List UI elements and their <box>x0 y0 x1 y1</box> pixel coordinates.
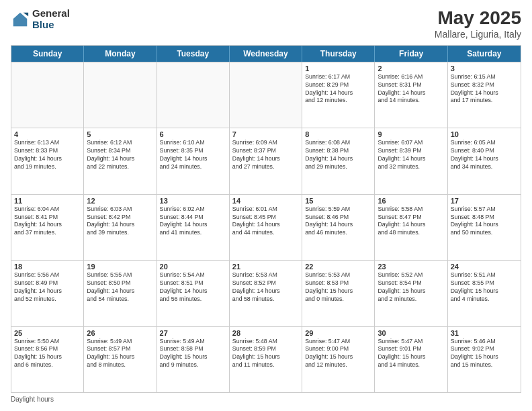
day-number: 13 <box>160 197 226 205</box>
day-info: Sunrise: 6:05 AM Sunset: 8:40 PM Dayligh… <box>451 139 518 171</box>
day-number: 3 <box>451 64 518 73</box>
day-number: 9 <box>378 130 444 138</box>
day-number: 5 <box>87 130 153 138</box>
day-info: Sunrise: 5:55 AM Sunset: 8:50 PM Dayligh… <box>87 271 153 304</box>
day-info: Sunrise: 5:57 AM Sunset: 8:48 PM Dayligh… <box>451 205 518 238</box>
calendar-header-cell: Friday <box>375 46 447 62</box>
calendar-cell: 8Sunrise: 6:08 AM Sunset: 8:38 PM Daylig… <box>302 128 375 193</box>
day-info: Sunrise: 6:10 AM Sunset: 8:35 PM Dayligh… <box>160 139 226 171</box>
svg-marker-1 <box>24 12 28 16</box>
calendar-cell: 20Sunrise: 5:54 AM Sunset: 8:51 PM Dayli… <box>157 261 230 326</box>
day-info: Sunrise: 6:08 AM Sunset: 8:38 PM Dayligh… <box>305 139 371 171</box>
day-number: 24 <box>451 263 518 271</box>
day-number: 4 <box>14 130 81 138</box>
day-number: 12 <box>87 197 153 205</box>
day-info: Sunrise: 5:59 AM Sunset: 8:46 PM Dayligh… <box>305 205 371 238</box>
title-month: May 2025 <box>435 8 521 29</box>
day-number: 8 <box>305 130 371 138</box>
logo-icon <box>11 10 30 29</box>
day-number: 28 <box>232 329 299 337</box>
calendar-cell: 17Sunrise: 5:57 AM Sunset: 8:48 PM Dayli… <box>448 195 521 260</box>
logo-general: General <box>32 8 70 19</box>
day-info: Sunrise: 5:46 AM Sunset: 9:02 PM Dayligh… <box>451 338 518 370</box>
day-info: Sunrise: 6:17 AM Sunset: 8:29 PM Dayligh… <box>305 73 371 105</box>
day-number: 20 <box>160 263 226 271</box>
day-number: 10 <box>451 130 518 138</box>
calendar-cell: 3Sunrise: 6:15 AM Sunset: 8:32 PM Daylig… <box>448 62 521 128</box>
calendar-cell: 9Sunrise: 6:07 AM Sunset: 8:39 PM Daylig… <box>375 128 447 193</box>
calendar-cell: 28Sunrise: 5:48 AM Sunset: 8:59 PM Dayli… <box>230 327 302 392</box>
day-info: Sunrise: 6:03 AM Sunset: 8:42 PM Dayligh… <box>87 205 153 238</box>
calendar-header-cell: Sunday <box>11 46 84 62</box>
calendar-cell: 13Sunrise: 6:02 AM Sunset: 8:44 PM Dayli… <box>157 195 230 260</box>
day-number: 7 <box>232 130 299 138</box>
calendar-cell: 22Sunrise: 5:53 AM Sunset: 8:53 PM Dayli… <box>302 261 375 326</box>
calendar-cell: 25Sunrise: 5:50 AM Sunset: 8:56 PM Dayli… <box>11 327 84 392</box>
day-info: Sunrise: 5:49 AM Sunset: 8:58 PM Dayligh… <box>160 338 226 370</box>
svg-marker-0 <box>13 12 28 26</box>
day-info: Sunrise: 6:04 AM Sunset: 8:41 PM Dayligh… <box>14 205 81 238</box>
calendar-cell <box>11 62 84 128</box>
day-info: Sunrise: 5:58 AM Sunset: 8:47 PM Dayligh… <box>378 205 444 238</box>
calendar-week: 1Sunrise: 6:17 AM Sunset: 8:29 PM Daylig… <box>11 62 521 128</box>
day-info: Sunrise: 6:02 AM Sunset: 8:44 PM Dayligh… <box>160 205 226 238</box>
calendar-cell: 24Sunrise: 5:51 AM Sunset: 8:55 PM Dayli… <box>448 261 521 326</box>
day-info: Sunrise: 6:15 AM Sunset: 8:32 PM Dayligh… <box>451 73 518 105</box>
calendar-cell <box>157 62 230 128</box>
calendar-cell: 4Sunrise: 6:13 AM Sunset: 8:33 PM Daylig… <box>11 128 84 193</box>
title-block: May 2025 Mallare, Liguria, Italy <box>435 8 521 40</box>
calendar-week: 25Sunrise: 5:50 AM Sunset: 8:56 PM Dayli… <box>11 326 521 392</box>
day-info: Sunrise: 6:07 AM Sunset: 8:39 PM Dayligh… <box>378 139 444 171</box>
day-number: 19 <box>87 263 153 271</box>
calendar-cell: 10Sunrise: 6:05 AM Sunset: 8:40 PM Dayli… <box>448 128 521 193</box>
day-number: 17 <box>451 197 518 205</box>
day-number: 6 <box>160 130 226 138</box>
day-number: 2 <box>378 64 444 73</box>
calendar: SundayMondayTuesdayWednesdayThursdayFrid… <box>11 45 521 393</box>
calendar-cell: 14Sunrise: 6:01 AM Sunset: 8:45 PM Dayli… <box>230 195 302 260</box>
day-number: 14 <box>232 197 299 205</box>
day-info: Sunrise: 6:01 AM Sunset: 8:45 PM Dayligh… <box>232 205 299 238</box>
header: General Blue May 2025 Mallare, Liguria, … <box>11 8 521 40</box>
day-number: 23 <box>378 263 444 271</box>
calendar-cell: 7Sunrise: 6:09 AM Sunset: 8:37 PM Daylig… <box>230 128 302 193</box>
calendar-cell: 5Sunrise: 6:12 AM Sunset: 8:34 PM Daylig… <box>84 128 157 193</box>
day-number: 29 <box>305 329 371 337</box>
day-info: Sunrise: 6:12 AM Sunset: 8:34 PM Dayligh… <box>87 139 153 171</box>
calendar-body: 1Sunrise: 6:17 AM Sunset: 8:29 PM Daylig… <box>11 62 521 392</box>
calendar-cell: 26Sunrise: 5:49 AM Sunset: 8:57 PM Dayli… <box>84 327 157 392</box>
calendar-cell: 19Sunrise: 5:55 AM Sunset: 8:50 PM Dayli… <box>84 261 157 326</box>
logo: General Blue <box>11 8 70 30</box>
page: General Blue May 2025 Mallare, Liguria, … <box>0 0 532 411</box>
day-number: 18 <box>14 263 81 271</box>
calendar-cell: 30Sunrise: 5:47 AM Sunset: 9:01 PM Dayli… <box>375 327 447 392</box>
day-info: Sunrise: 5:47 AM Sunset: 9:00 PM Dayligh… <box>305 338 371 370</box>
calendar-cell: 23Sunrise: 5:52 AM Sunset: 8:54 PM Dayli… <box>375 261 447 326</box>
day-number: 21 <box>232 263 299 271</box>
calendar-cell: 15Sunrise: 5:59 AM Sunset: 8:46 PM Dayli… <box>302 195 375 260</box>
title-location: Mallare, Liguria, Italy <box>435 29 521 40</box>
calendar-week: 18Sunrise: 5:56 AM Sunset: 8:49 PM Dayli… <box>11 260 521 326</box>
calendar-week: 11Sunrise: 6:04 AM Sunset: 8:41 PM Dayli… <box>11 194 521 260</box>
calendar-header-cell: Tuesday <box>157 46 230 62</box>
day-number: 25 <box>14 329 81 337</box>
day-number: 16 <box>378 197 444 205</box>
day-info: Sunrise: 5:49 AM Sunset: 8:57 PM Dayligh… <box>87 338 153 370</box>
calendar-header-cell: Thursday <box>302 46 375 62</box>
day-info: Sunrise: 5:53 AM Sunset: 8:52 PM Dayligh… <box>232 271 299 304</box>
day-info: Sunrise: 5:48 AM Sunset: 8:59 PM Dayligh… <box>232 338 299 370</box>
day-number: 31 <box>451 329 518 337</box>
day-number: 15 <box>305 197 371 205</box>
calendar-cell: 27Sunrise: 5:49 AM Sunset: 8:58 PM Dayli… <box>157 327 230 392</box>
calendar-cell <box>230 62 302 128</box>
day-info: Sunrise: 5:47 AM Sunset: 9:01 PM Dayligh… <box>378 338 444 370</box>
calendar-cell: 18Sunrise: 5:56 AM Sunset: 8:49 PM Dayli… <box>11 261 84 326</box>
calendar-cell: 31Sunrise: 5:46 AM Sunset: 9:02 PM Dayli… <box>448 327 521 392</box>
day-info: Sunrise: 6:09 AM Sunset: 8:37 PM Dayligh… <box>232 139 299 171</box>
calendar-header-cell: Monday <box>84 46 157 62</box>
calendar-cell: 6Sunrise: 6:10 AM Sunset: 8:35 PM Daylig… <box>157 128 230 193</box>
calendar-week: 4Sunrise: 6:13 AM Sunset: 8:33 PM Daylig… <box>11 128 521 193</box>
day-info: Sunrise: 5:54 AM Sunset: 8:51 PM Dayligh… <box>160 271 226 304</box>
day-number: 11 <box>14 197 81 205</box>
calendar-header-cell: Wednesday <box>230 46 302 62</box>
